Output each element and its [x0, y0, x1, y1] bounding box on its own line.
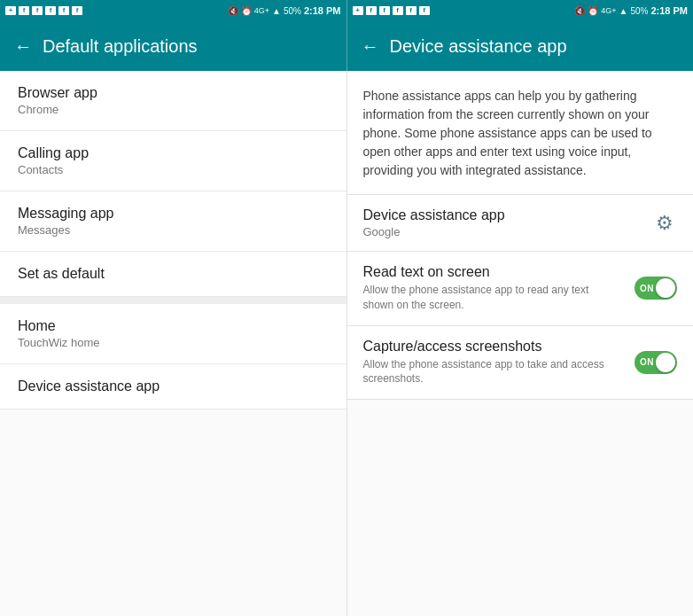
capture-screenshots-description: Allow the phone assistance app to take a… [363, 357, 611, 387]
device-assistance-subtitle: Google [363, 225, 505, 238]
read-text-description: Allow the phone assistance app to read a… [363, 283, 611, 313]
notification-icon-r6: f [419, 6, 430, 15]
assistance-info-text: Phone assistance apps can help you by ga… [347, 71, 694, 195]
read-text-text: Read text on screen Allow the phone assi… [363, 264, 611, 313]
notification-icon-2: f [19, 6, 29, 15]
notification-icon-r3: f [379, 6, 390, 15]
device-assistance-item[interactable]: Device assistance app [0, 364, 346, 409]
wifi-icon-right: ▲ [619, 6, 628, 16]
browser-app-subtitle: Chrome [18, 103, 329, 116]
capture-screenshots-toggle[interactable]: ON [635, 351, 677, 374]
read-text-toggle-label: ON [640, 284, 654, 293]
section-divider [0, 297, 346, 304]
left-back-button[interactable]: ← [14, 36, 32, 57]
signal-icon: 4G+ [254, 6, 269, 15]
device-assistance-left-title: Device assistance app [18, 378, 329, 394]
notification-icon-r1: + [353, 6, 363, 15]
read-text-title: Read text on screen [363, 264, 611, 280]
home-title: Home [18, 318, 329, 334]
capture-screenshots-row: Capture/access screenshots Allow the pho… [347, 326, 694, 401]
calling-app-item[interactable]: Calling app Contacts [0, 131, 346, 191]
home-subtitle: TouchWiz home [18, 336, 329, 349]
notification-icon-5: f [58, 6, 69, 15]
read-text-toggle[interactable]: ON [635, 277, 677, 300]
main-content: Browser app Chrome Calling app Contacts … [0, 71, 693, 616]
browser-app-item[interactable]: Browser app Chrome [0, 71, 346, 131]
calling-app-title: Calling app [18, 145, 329, 161]
capture-screenshots-toggle-label: ON [640, 357, 654, 367]
read-text-toggle-knob [656, 278, 675, 298]
time-right: 2:18 PM [650, 5, 688, 16]
read-text-row: Read text on screen Allow the phone assi… [347, 252, 694, 326]
device-assistance-app-row[interactable]: Device assistance app Google ⚙ [347, 195, 694, 252]
notification-icon-r5: f [406, 6, 417, 15]
alarm-icon-right: ⏰ [588, 6, 598, 16]
messaging-app-subtitle: Messages [18, 223, 329, 237]
device-assistance-title: Device assistance app [363, 207, 505, 223]
device-assistance-text: Device assistance app Google [363, 207, 505, 238]
right-panel: Phone assistance apps can help you by ga… [347, 71, 694, 616]
messaging-app-item[interactable]: Messaging app Messages [0, 191, 346, 252]
left-status-bar: + f f f f f 🔇 ⏰ 4G+ ▲ 50% 2:18 PM [0, 0, 346, 21]
set-as-default-title: Set as default [18, 266, 329, 282]
notification-icon-4: f [45, 6, 56, 15]
wifi-icon: ▲ [272, 6, 281, 16]
alarm-icon: ⏰ [241, 6, 252, 16]
left-header: ← Default applications [0, 21, 346, 71]
browser-app-title: Browser app [18, 85, 329, 101]
right-status-bar: + f f f f f 🔇 ⏰ 4G+ ▲ 50% 2:18 PM [347, 0, 694, 21]
battery-left: 50% [284, 6, 301, 16]
signal-icon-right: 4G+ [601, 6, 616, 15]
right-header: ← Device assistance app [347, 21, 694, 71]
gear-icon[interactable]: ⚙ [652, 211, 677, 236]
battery-right: 50% [630, 6, 648, 16]
notification-icon-1: + [5, 6, 16, 15]
notification-icon-6: f [72, 6, 82, 15]
left-header-title: Default applications [43, 36, 198, 57]
capture-screenshots-title: Capture/access screenshots [363, 339, 611, 355]
right-header-title: Device assistance app [390, 36, 567, 57]
notification-icon-r2: f [366, 6, 377, 15]
calling-app-subtitle: Contacts [18, 163, 329, 176]
notification-icon-3: f [32, 6, 43, 15]
mute-icon: 🔇 [228, 6, 238, 16]
time-left: 2:18 PM [304, 5, 341, 16]
capture-screenshots-text: Capture/access screenshots Allow the pho… [363, 339, 611, 387]
messaging-app-title: Messaging app [18, 206, 329, 222]
set-as-default-item[interactable]: Set as default [0, 252, 346, 297]
mute-icon-right: 🔇 [574, 6, 585, 16]
notification-icon-r4: f [393, 6, 403, 15]
capture-screenshots-toggle-knob [656, 353, 675, 372]
app-headers: ← Default applications ← Device assistan… [0, 21, 693, 71]
right-back-button[interactable]: ← [362, 36, 379, 57]
status-bars: + f f f f f 🔇 ⏰ 4G+ ▲ 50% 2:18 PM + f f … [0, 0, 693, 21]
left-panel: Browser app Chrome Calling app Contacts … [0, 71, 347, 616]
home-item[interactable]: Home TouchWiz home [0, 304, 346, 364]
